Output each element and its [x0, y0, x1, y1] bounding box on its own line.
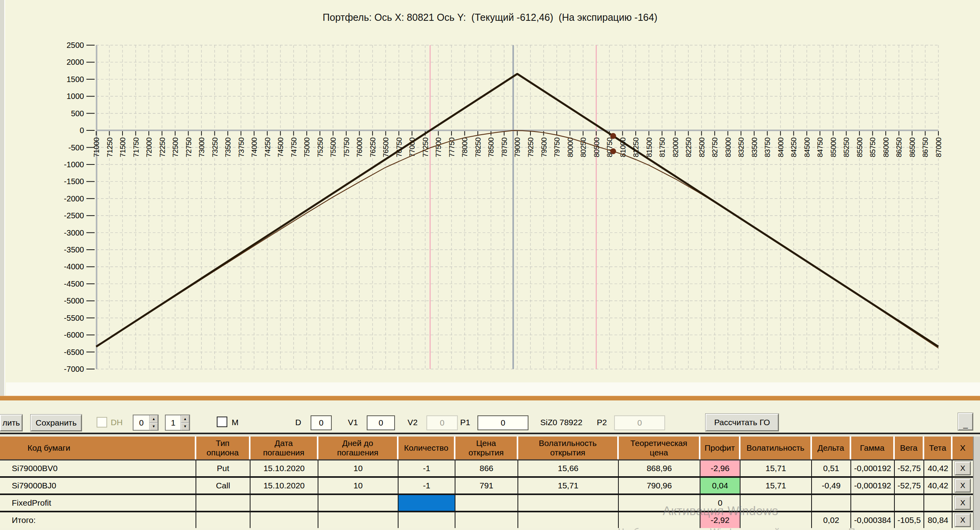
positions-table: Код бумагиТип опционаДата погашенияДней … [0, 437, 973, 528]
table-cell[interactable] [895, 495, 924, 511]
table-cell[interactable] [455, 495, 518, 511]
dh-spinner-2[interactable]: 1 ▲ ▼ [165, 415, 190, 431]
table-cell[interactable] [196, 512, 250, 528]
calc-margin-button[interactable]: Рассчитать ГО [706, 414, 779, 431]
table-cell[interactable]: -0,49 [812, 478, 851, 493]
spinner-up-icon[interactable]: ▲ [181, 415, 189, 423]
table-cell[interactable] [518, 495, 619, 511]
v2-field [426, 415, 458, 430]
table-cell[interactable]: -2,96 [700, 461, 740, 476]
y-tick-label: -7000 [64, 365, 84, 373]
column-header: Количество [399, 437, 455, 459]
d-field[interactable] [311, 415, 332, 430]
column-header: Профит [700, 437, 740, 459]
table-cell[interactable]: 15.10.2020 [250, 478, 318, 493]
x-tick-label: 78500 [487, 137, 495, 157]
table-cell[interactable]: 15,71 [518, 478, 619, 493]
table-cell[interactable]: 15.10.2020 [250, 461, 318, 476]
table-row: Итого:-2,920,02-0,000384-105,580,84X [0, 511, 973, 528]
crosshair-dot [610, 148, 616, 154]
table-cell[interactable]: 868,96 [619, 461, 700, 476]
dh-checkbox[interactable] [97, 417, 107, 428]
table-cell[interactable]: 0,04 [700, 478, 740, 493]
v1-field[interactable] [367, 415, 395, 430]
dh-spinner-1[interactable]: 0 ▲ ▼ [133, 415, 159, 431]
table-cell[interactable]: 80,84 [924, 512, 953, 528]
x-tick-label: 84750 [816, 137, 824, 157]
remove-row-button[interactable]: X [955, 462, 971, 475]
x-tick-label: 74000 [250, 137, 258, 157]
table-cell[interactable]: 15,71 [740, 461, 812, 476]
table-cell[interactable]: 40,42 [924, 478, 953, 493]
table-cell[interactable]: -52,75 [895, 461, 924, 476]
table-cell[interactable]: 15,71 [740, 478, 812, 493]
table-cell[interactable] [318, 495, 399, 511]
table-cell[interactable]: 0,02 [812, 512, 851, 528]
table-cell[interactable]: -1 [399, 478, 455, 493]
minimize-button[interactable]: _ [958, 413, 973, 430]
table-cell[interactable]: Итого: [0, 512, 196, 528]
table-cell[interactable] [518, 512, 619, 528]
table-cell[interactable] [851, 495, 895, 511]
table-cell[interactable]: Si79000BJ0 [0, 478, 196, 493]
table-cell[interactable]: 790,96 [619, 478, 700, 493]
crosshair-dot [610, 133, 616, 139]
table-cell[interactable]: 40,42 [924, 461, 953, 476]
save-button[interactable]: Сохранить [31, 415, 82, 431]
table-scrollbar-strip[interactable] [973, 437, 980, 530]
table-cell[interactable]: 10 [318, 461, 399, 476]
x-tick-label: 72250 [158, 137, 166, 157]
x-tick-label: 85250 [842, 137, 850, 157]
table-cell[interactable] [455, 512, 518, 528]
table-cell[interactable] [318, 512, 399, 528]
table-cell[interactable]: Call [196, 478, 250, 493]
table-cell[interactable]: 791 [455, 478, 518, 493]
splitter-bar[interactable] [0, 396, 980, 400]
table-cell[interactable] [812, 495, 851, 511]
x-tick-label: 75000 [303, 137, 311, 157]
table-cell[interactable]: Si79000BV0 [0, 461, 196, 476]
table-cell[interactable]: -1 [399, 461, 455, 476]
remove-row-button[interactable]: X [955, 496, 971, 510]
p1-field[interactable] [477, 415, 528, 430]
y-tick-label: -5000 [64, 296, 84, 305]
m-checkbox[interactable] [217, 417, 227, 427]
x-tick-label: 83500 [750, 137, 759, 157]
table-cell[interactable] [250, 495, 318, 511]
table-cell[interactable]: -52,75 [895, 478, 924, 493]
v2-field-label: V2 [408, 418, 418, 427]
column-header: X [953, 437, 973, 459]
spinner-down-icon[interactable]: ▼ [181, 423, 189, 430]
remove-row-button[interactable]: X [955, 514, 971, 527]
spinner-down-icon[interactable]: ▼ [150, 423, 158, 430]
y-tick-label: 500 [71, 109, 84, 118]
table-cell[interactable] [196, 495, 250, 511]
x-tick-label: 71000 [92, 137, 101, 157]
table-cell-close: X [953, 461, 973, 476]
table-cell[interactable]: 15,66 [518, 461, 619, 476]
x-tick-label: 75500 [329, 137, 337, 157]
d-field-label: D [295, 418, 301, 427]
table-cell[interactable]: FixedProfit [0, 495, 196, 511]
table-cell[interactable]: -0,000384 [851, 512, 895, 528]
x-tick-label: 86750 [921, 137, 929, 157]
remove-row-button[interactable]: X [955, 479, 971, 492]
table-cell[interactable] [250, 512, 318, 528]
table-cell[interactable]: 10 [318, 478, 399, 493]
spinner-up-icon[interactable]: ▲ [150, 415, 158, 423]
y-tick-label: -1000 [64, 160, 84, 169]
portfolio-payoff-chart[interactable]: -7000-6500-6000-5500-5000-4500-4000-3500… [0, 0, 980, 396]
table-cell[interactable]: 0,51 [812, 461, 851, 476]
table-cell[interactable]: 866 [455, 461, 518, 476]
x-tick-label: 82500 [698, 137, 706, 157]
table-cell[interactable] [399, 512, 455, 528]
y-tick-label: -3500 [64, 245, 84, 254]
table-cell[interactable]: -105,5 [895, 512, 924, 528]
table-cell[interactable] [924, 495, 953, 511]
table-cell[interactable]: -0,000192 [851, 478, 895, 493]
x-tick-label: 73750 [237, 137, 245, 157]
table-cell[interactable]: Put [196, 461, 250, 476]
table-cell[interactable]: -0,000192 [851, 461, 895, 476]
table-cell[interactable] [399, 495, 455, 511]
delete-button[interactable]: лить [0, 415, 22, 431]
